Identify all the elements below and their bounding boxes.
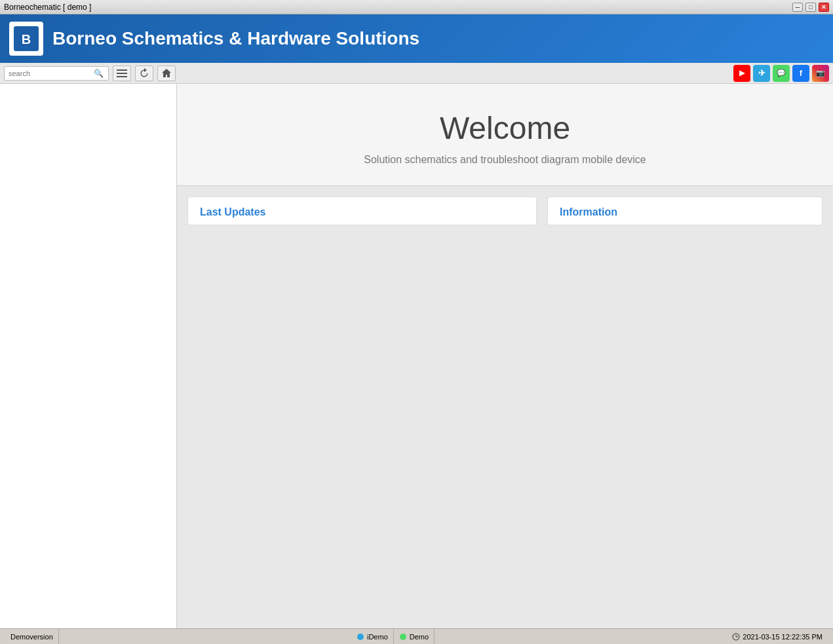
cards-area: Last Updates Information bbox=[177, 186, 833, 236]
refresh-button[interactable] bbox=[135, 66, 153, 81]
svg-point-6 bbox=[400, 634, 406, 640]
title-bar-controls: ─ □ ✕ bbox=[792, 3, 829, 12]
search-input[interactable] bbox=[9, 69, 94, 77]
last-updates-header: Last Updates bbox=[188, 197, 536, 225]
imessage-icon[interactable]: 💬 bbox=[773, 65, 790, 82]
welcome-section: Welcome Solution schematics and troubles… bbox=[177, 84, 833, 186]
content-area: Welcome Solution schematics and troubles… bbox=[177, 84, 833, 628]
welcome-subtitle: Solution schematics and troubleshoot dia… bbox=[190, 154, 820, 166]
idemo-label: iDemo bbox=[367, 633, 388, 641]
demo-version-section: Demoversion bbox=[5, 629, 59, 644]
search-box: 🔍 bbox=[4, 66, 109, 81]
demo-icon bbox=[399, 633, 407, 641]
minimize-button[interactable]: ─ bbox=[792, 3, 803, 12]
close-button[interactable]: ✕ bbox=[819, 3, 829, 12]
main-area: Welcome Solution schematics and troubles… bbox=[0, 84, 833, 628]
svg-point-5 bbox=[357, 634, 364, 640]
sidebar bbox=[0, 84, 177, 628]
social-icons: ▶ ✈ 💬 f 📷 bbox=[733, 65, 829, 82]
app-header: B Borneo Schematics & Hardware Solutions bbox=[0, 14, 833, 63]
svg-rect-3 bbox=[117, 73, 127, 74]
svg-rect-2 bbox=[117, 69, 127, 71]
svg-text:B: B bbox=[22, 32, 31, 47]
title-bar-text: Borneochematic [ demo ] bbox=[4, 3, 91, 12]
search-icon: 🔍 bbox=[94, 69, 104, 78]
toolbar: 🔍 ▶ ✈ 💬 f 📷 bbox=[0, 63, 833, 84]
last-updates-card: Last Updates bbox=[187, 197, 537, 225]
youtube-icon[interactable]: ▶ bbox=[733, 65, 750, 82]
facebook-icon[interactable]: f bbox=[792, 65, 809, 82]
idemo-icon bbox=[357, 633, 364, 641]
status-bar: Demoversion iDemo Demo 2021-03-15 12:22:… bbox=[0, 628, 833, 644]
app-title: Borneo Schematics & Hardware Solutions bbox=[52, 28, 419, 49]
info-card: Information bbox=[547, 197, 823, 225]
datetime-label: 2021-03-15 12:22:35 PM bbox=[743, 633, 823, 641]
demo-section: Demo bbox=[394, 629, 435, 644]
app-logo: B bbox=[9, 22, 43, 56]
clock-icon bbox=[732, 633, 740, 641]
demo-label: Demo bbox=[410, 633, 429, 641]
datetime-section: 2021-03-15 12:22:35 PM bbox=[727, 629, 828, 644]
welcome-title: Welcome bbox=[190, 110, 820, 146]
idemo-section: iDemo bbox=[351, 629, 394, 644]
home-button[interactable] bbox=[157, 66, 176, 81]
info-header: Information bbox=[548, 197, 822, 225]
maximize-button[interactable]: □ bbox=[805, 3, 816, 12]
instagram-icon[interactable]: 📷 bbox=[812, 65, 829, 82]
title-bar: Borneochematic [ demo ] ─ □ ✕ bbox=[0, 0, 833, 14]
demo-version-label: Demoversion bbox=[10, 633, 53, 641]
telegram-icon[interactable]: ✈ bbox=[753, 65, 770, 82]
svg-rect-4 bbox=[117, 76, 127, 77]
list-button[interactable] bbox=[113, 66, 131, 81]
